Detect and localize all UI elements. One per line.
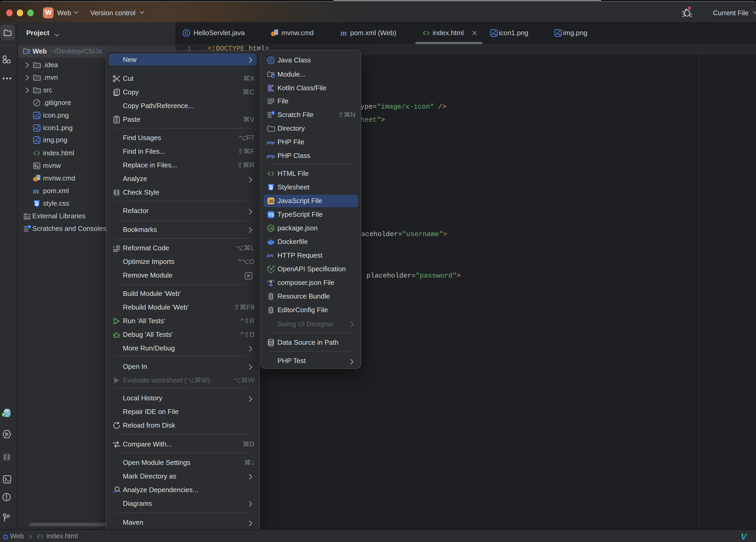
svg-text:php: php	[267, 154, 275, 159]
svg-text:JS: JS	[269, 226, 273, 230]
svg-text:API: API	[267, 253, 273, 258]
svg-text:V: V	[741, 532, 747, 540]
svg-text:m: m	[340, 29, 347, 37]
svg-text:JS: JS	[268, 199, 274, 203]
svg-text:m: m	[33, 187, 39, 195]
svg-text:php: php	[267, 140, 275, 145]
svg-text:TS: TS	[268, 213, 274, 217]
